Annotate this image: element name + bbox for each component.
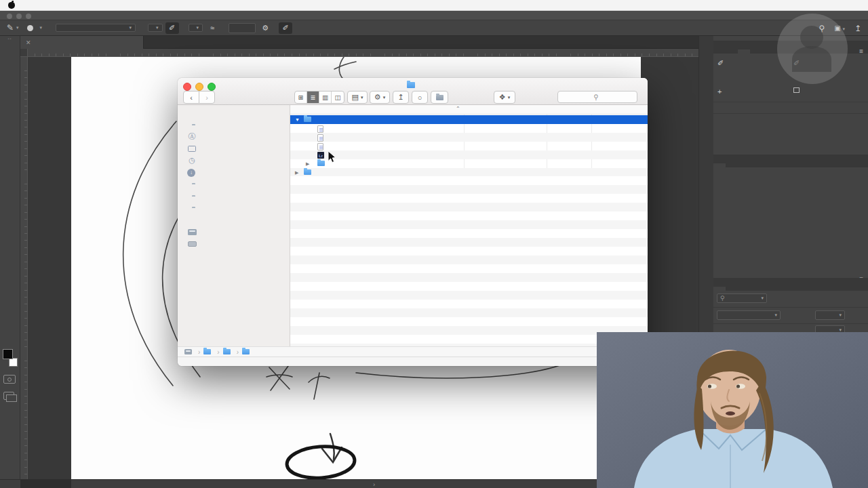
sidebar-item-macintosh-hd[interactable] [187, 226, 201, 238]
back-button[interactable]: ‹ [183, 91, 199, 104]
brush-preset-chevron-icon[interactable]: ▾ [16, 25, 19, 30]
quick-mask-icon[interactable] [3, 375, 16, 384]
blend-mode-dropdown[interactable]: ▾ [56, 24, 136, 32]
tab-layers[interactable] [713, 287, 726, 291]
file-row-lightroom-settings[interactable]: ▶ [290, 159, 648, 168]
finder-window: ‹ › ⊞ ≣ ▥ ◫ ▤▾ ⚙▾ ↥ ○ ❖▾ ⚲ Ⓐ ◷ [178, 78, 648, 366]
sidebar-item-sandisk32gb[interactable] [187, 190, 201, 202]
ruler-h [28, 49, 698, 57]
ruler-corner [20, 49, 28, 57]
disclosure-closed-icon[interactable]: ▶ [306, 159, 309, 168]
file-row-catcc-lesson-1-intro[interactable]: ▼ [290, 115, 648, 124]
file-row-helper-lrdata[interactable] [290, 124, 648, 133]
tags-button[interactable]: ○ [412, 91, 428, 104]
panel-menu-icon[interactable]: ≡ [859, 47, 864, 55]
sidebar-item-photo[interactable] [187, 178, 201, 190]
tab-paths[interactable] [738, 287, 750, 291]
flow-dropdown[interactable]: ▾ [189, 24, 203, 32]
coverflow-view-icon[interactable]: ◫ [332, 92, 344, 103]
airbrush-icon[interactable]: ≈ [205, 22, 219, 34]
color-swatches[interactable] [3, 349, 18, 367]
finder-window-title [178, 81, 648, 89]
status-chevron-icon[interactable]: › [373, 481, 375, 488]
macos-menu-bar [0, 0, 868, 11]
sidebar-item-yandex-disk[interactable] [187, 119, 201, 131]
opacity-dropdown[interactable]: ▾ [148, 24, 163, 32]
search-field[interactable]: ⚲ [557, 91, 637, 103]
file-list: ⌃ ▼ [290, 105, 648, 346]
minimize-window-icon[interactable] [16, 14, 22, 19]
group-button[interactable]: ▤▾ [347, 91, 368, 104]
path-item-lesson-folder[interactable] [223, 349, 233, 354]
apple-menu-icon[interactable] [8, 2, 15, 9]
dropbox-button[interactable]: ❖▾ [494, 91, 515, 104]
finder-titlebar[interactable]: ‹ › ⊞ ≣ ▥ ◫ ▤▾ ⚙▾ ↥ ○ ❖▾ ⚲ [178, 78, 648, 105]
search-icon: ⚲ [593, 93, 599, 101]
tab-histogram[interactable] [713, 49, 726, 54]
watermark-logo [777, 14, 848, 84]
sort-ascending-icon: ⌃ [456, 106, 460, 112]
view-switcher[interactable]: ⊞ ≣ ▥ ◫ [294, 91, 344, 104]
chevron-down-icon: ▾ [130, 25, 132, 30]
tab-info[interactable] [738, 49, 750, 54]
ps-toolbar: •• [0, 36, 20, 479]
drive-icon [184, 349, 192, 354]
screen-mode-icon[interactable] [3, 392, 14, 400]
blend-mode-dropdown-layers[interactable]: ▾ [717, 310, 781, 320]
smoothing-field[interactable] [229, 23, 256, 33]
crosshair-icon: + [717, 87, 722, 96]
column-view-icon[interactable]: ▥ [319, 92, 332, 103]
disclosure-open-icon[interactable]: ▼ [295, 115, 300, 124]
folder-icon [203, 349, 211, 354]
finder-sidebar: Ⓐ ◷ ↓ [178, 105, 290, 346]
list-empty-area [290, 176, 648, 346]
brush-preview-icon[interactable] [27, 25, 33, 31]
airbrush-toggle-icon[interactable]: ✐ [279, 22, 292, 34]
sidebar-item-desktop[interactable] [187, 143, 201, 155]
tab-brushes[interactable] [726, 163, 738, 167]
sidebar-item-profileschool[interactable] [187, 202, 201, 214]
tab-channels[interactable] [726, 287, 738, 291]
pressure-opacity-icon[interactable]: ✐ [165, 22, 179, 34]
zoom-window-icon[interactable] [26, 14, 31, 19]
folder-icon [242, 349, 250, 354]
tab-adjustments[interactable] [713, 163, 726, 167]
share-button[interactable]: ↥ [393, 91, 409, 104]
close-tab-icon[interactable]: ✕ [26, 39, 31, 46]
smoothing-gear-icon[interactable]: ⚙ [258, 22, 272, 34]
presenter-video [597, 332, 868, 488]
share-icon[interactable]: ↥ [854, 24, 861, 33]
toolbar-grip-icon[interactable]: •• [0, 36, 20, 41]
sidebar-item-downloads[interactable]: ↓ [187, 167, 199, 178]
webcam-overlay [597, 332, 868, 488]
tool-options-bar: ✎ ▾ ▾ ▾ ▾ ✐ ▾ [0, 20, 868, 36]
foreground-color-swatch[interactable] [3, 349, 13, 359]
sidebar-item-mac-mini[interactable] [187, 238, 201, 249]
file-row-previews-lrdata[interactable] [290, 133, 648, 142]
action-gear-button[interactable]: ⚙▾ [370, 91, 390, 104]
new-folder-button[interactable] [431, 91, 448, 104]
adjustments-panel-tabs: ≡ [713, 155, 868, 167]
layers-panel-tabs: ≡ [713, 278, 868, 291]
document-tab-bar: ✕ [20, 36, 698, 49]
document-tab[interactable]: ✕ [20, 36, 144, 49]
forward-button[interactable]: › [199, 91, 215, 104]
layers-opacity-field[interactable]: ▾ [815, 310, 845, 320]
tab-navigator[interactable] [726, 49, 738, 54]
path-item-macintosh-hd[interactable] [184, 349, 195, 354]
brush-picker-chevron-icon[interactable]: ▾ [40, 25, 43, 30]
sidebar-item-recents[interactable]: ◷ [187, 155, 201, 166]
brush-tool-preset-icon[interactable]: ✎ [7, 23, 14, 33]
layer-filter-dropdown[interactable]: ⚲ ▾ [717, 293, 767, 303]
path-bar: › › › [178, 346, 648, 357]
icon-view-icon[interactable]: ⊞ [295, 92, 307, 103]
file-row-lrcat[interactable]: Lr [290, 150, 648, 159]
path-item-photo[interactable] [203, 349, 214, 354]
sidebar-item-applications[interactable]: Ⓐ [187, 131, 201, 142]
screen: ✎ ▾ ▾ ▾ ▾ ✐ ▾ [0, 0, 868, 488]
close-window-icon[interactable] [7, 14, 12, 19]
file-row-smart-previews-lrdata[interactable] [290, 142, 648, 150]
list-view-icon[interactable]: ≣ [307, 92, 319, 103]
path-separator: › [237, 348, 239, 356]
path-item-catcc-lesson-1-intro[interactable] [242, 349, 252, 354]
